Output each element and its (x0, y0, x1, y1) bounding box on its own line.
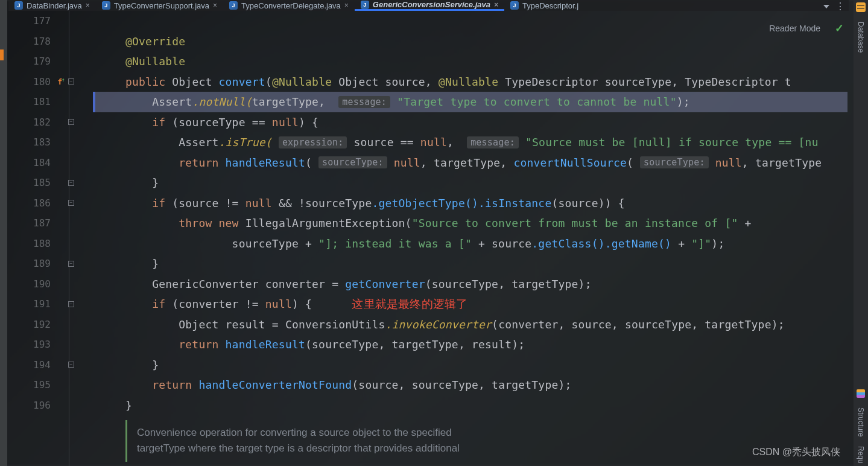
fold-toggle[interactable]: − (66, 261, 76, 267)
tab-typeconvertersupport[interactable]: TypeConverterSupport.java × (96, 0, 223, 11)
tab-label: DataBinder.java (27, 1, 82, 10)
line-number: 187 (8, 217, 55, 229)
tab-label: TypeConverterDelegate.java (241, 1, 341, 10)
javadoc-preview: Convenience operation for converting a s… (125, 420, 838, 462)
code-line: @Override (95, 31, 847, 52)
fold-toggle[interactable]: − (66, 301, 76, 307)
code-line: sourceType + "]; instead it was a [" + s… (95, 234, 847, 254)
close-icon[interactable]: × (213, 1, 217, 10)
fold-toggle[interactable]: − (66, 200, 76, 206)
code-line: throw new IllegalArgumentException("Sour… (95, 213, 847, 234)
database-tool-label[interactable]: Database (857, 22, 865, 53)
database-icon[interactable] (856, 2, 866, 12)
checkmark-icon[interactable]: ✓ (835, 22, 844, 35)
line-number: 192 (8, 319, 55, 330)
code-line: @Nullable (95, 51, 847, 72)
gutter: 177 178 179 180f↑− 181 182− 183 184 185−… (8, 11, 81, 466)
line-number: 196 (8, 400, 55, 411)
close-icon[interactable]: × (86, 1, 90, 10)
tab-typedescriptor[interactable]: TypeDescriptor.j (504, 0, 584, 11)
right-toolbar: Database Structure Requ (854, 0, 868, 466)
line-number: 185 (8, 177, 55, 188)
line-number: 179 (8, 56, 55, 67)
annotation-comment: 这里就是最终的逻辑了 (352, 296, 467, 312)
line-number: 180 (8, 76, 55, 88)
line-number: 186 (8, 197, 55, 209)
tab-genericconversionservice[interactable]: GenericConversionService.java × (355, 0, 504, 11)
tab-databinder[interactable]: DataBinder.java × (8, 0, 96, 11)
close-icon[interactable]: × (494, 1, 498, 9)
code-line-highlighted: Assert.notNull(targetType, message: "Tar… (95, 92, 847, 112)
fold-toggle[interactable]: − (66, 180, 76, 186)
doc-line: Convenience operation for converting a s… (137, 425, 828, 441)
more-icon[interactable]: ⋮ (835, 2, 845, 11)
watermark: CSDN @秃头披风侠 (752, 446, 840, 459)
override-gutter-icon[interactable]: f↑ (55, 77, 66, 86)
code-line: return handleResult(sourceType, targetTy… (95, 334, 847, 355)
tab-typeconverterdelegate[interactable]: TypeConverterDelegate.java × (223, 0, 355, 11)
code-line (95, 11, 847, 31)
line-number: 188 (8, 238, 55, 249)
line-number: 191 (8, 298, 55, 310)
tab-label: TypeDescriptor.j (522, 1, 578, 10)
code-line: return handleResult( sourceType: null, t… (95, 153, 847, 173)
bookmark-indicator[interactable] (0, 49, 4, 60)
chevron-down-icon[interactable] (823, 5, 829, 8)
close-icon[interactable]: × (344, 1, 349, 10)
line-number: 195 (8, 379, 55, 391)
requests-tool-label[interactable]: Requ (857, 446, 865, 464)
fold-toggle[interactable]: − (66, 362, 76, 368)
line-number: 181 (8, 96, 55, 107)
tab-label: TypeConverterSupport.java (114, 1, 209, 10)
java-file-icon (14, 1, 23, 10)
code-line: } (95, 395, 847, 416)
code-line: } (95, 254, 847, 274)
line-number: 182 (8, 116, 55, 128)
code-line: } (95, 355, 847, 375)
java-file-icon (361, 1, 369, 9)
code-line: Assert.isTrue( expression: source == nul… (95, 132, 847, 153)
reader-mode-toggle[interactable]: Reader Mode (769, 24, 820, 33)
line-number: 183 (8, 136, 55, 148)
code-line: if (converter != null) { 这里就是最终的逻辑了 (95, 294, 847, 314)
editor-top-right: Reader Mode ✓ (769, 22, 844, 35)
editor-tabs: DataBinder.java × TypeConverterSupport.j… (8, 0, 849, 11)
java-file-icon (229, 1, 238, 10)
code-line: return handleConverterNotFound(source, s… (95, 375, 847, 395)
code-line: if (sourceType == null) { (95, 112, 847, 133)
fold-toggle[interactable]: − (66, 78, 76, 85)
line-number: 194 (8, 359, 55, 371)
code-editor[interactable]: @Override @Nullable public Object conver… (95, 11, 847, 466)
line-number: 189 (8, 258, 55, 269)
line-number: 184 (8, 157, 55, 168)
code-line: if (source != null && !sourceType.getObj… (95, 193, 847, 214)
java-file-icon (510, 1, 519, 10)
structure-icon[interactable] (857, 389, 865, 398)
code-line: } (95, 173, 847, 193)
tab-label: GenericConversionService.java (373, 0, 490, 9)
code-line: GenericConverter converter = getConverte… (95, 274, 847, 295)
line-number: 177 (8, 15, 55, 27)
code-line: Object result = ConversionUtils.invokeCo… (95, 314, 847, 335)
doc-line: targetType where the target type is a de… (137, 441, 828, 456)
line-number: 193 (8, 339, 55, 350)
left-edge (0, 0, 7, 466)
java-file-icon (102, 1, 110, 10)
line-number: 178 (8, 36, 55, 47)
code-line: public Object convert(@Nullable Object s… (95, 72, 847, 92)
line-number: 190 (8, 278, 55, 290)
fold-toggle[interactable]: − (66, 119, 76, 125)
structure-tool-label[interactable]: Structure (857, 407, 865, 437)
